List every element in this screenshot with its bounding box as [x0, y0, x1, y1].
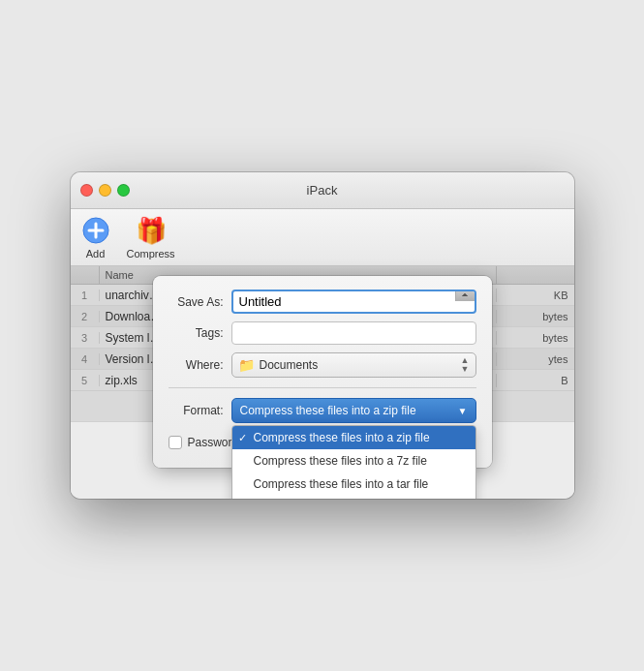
format-dropdown-arrow: ▼ [458, 406, 468, 416]
add-label: Add [86, 248, 106, 259]
folder-icon: 📁 [238, 357, 255, 373]
add-toolbar-item[interactable]: Add [80, 215, 111, 259]
add-icon [80, 215, 111, 246]
minimize-button[interactable] [99, 184, 111, 197]
tags-input[interactable] [231, 321, 476, 345]
main-window: iPack Add 🎁 Compress Name [71, 172, 574, 499]
toolbar: Add 🎁 Compress [71, 209, 574, 266]
dialog-overlay: Save As: Tags: [71, 266, 574, 421]
format-option-7z[interactable]: Compress these files into a 7z file [232, 449, 475, 473]
where-select-wrap[interactable]: 📁 Documents ▲ ▼ [231, 352, 476, 378]
dialog-divider [169, 387, 476, 388]
save-as-input[interactable] [233, 291, 455, 312]
compress-icon: 🎁 [136, 215, 167, 246]
format-row: Format: Compress these files into a zip … [169, 398, 476, 423]
compress-toolbar-item[interactable]: 🎁 Compress [127, 215, 175, 259]
window-title: iPack [307, 183, 338, 198]
where-label: Where: [169, 358, 231, 372]
format-option-tar[interactable]: Compress these files into a tar file [232, 473, 475, 496]
titlebar: iPack [71, 172, 574, 209]
maximize-button[interactable] [117, 184, 130, 197]
save-as-input-wrap[interactable] [231, 290, 476, 314]
format-select[interactable]: Compress these files into a zip file ▼ [231, 398, 476, 423]
compress-label: Compress [127, 248, 175, 259]
format-selected-text: Compress these files into a zip file [240, 404, 458, 417]
format-option-zip[interactable]: Compress these files into a zip file [232, 426, 475, 449]
tags-label: Tags: [169, 326, 231, 340]
save-dialog: Save As: Tags: [153, 276, 492, 468]
save-as-dropdown-arrow[interactable] [455, 291, 475, 301]
where-row: Where: 📁 Documents ▲ ▼ [169, 352, 476, 378]
format-option-wim[interactable]: Compress these files into a wim file [232, 496, 475, 499]
save-as-label: Save As: [169, 295, 231, 309]
password-checkbox[interactable] [169, 436, 182, 449]
table-area: Name 1 unarchiv… KB 2 Downloa… bytes 3 S… [71, 266, 574, 421]
where-value: Documents [260, 358, 457, 372]
close-button[interactable] [80, 184, 93, 197]
format-dropdown-menu: Compress these files into a zip file Com… [231, 425, 476, 499]
where-stepper[interactable]: ▲ ▼ [461, 356, 470, 374]
save-as-row: Save As: [169, 290, 476, 314]
tags-row: Tags: [169, 321, 476, 345]
traffic-lights [80, 184, 130, 197]
format-label: Format: [169, 404, 231, 417]
